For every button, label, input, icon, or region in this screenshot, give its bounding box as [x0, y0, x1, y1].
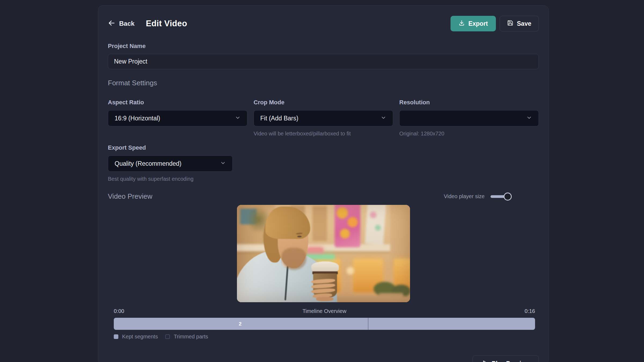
crop-mode-label: Crop Mode: [254, 99, 393, 106]
timeline-end-time: 0:16: [468, 308, 535, 314]
aspect-ratio-select[interactable]: 16:9 (Horizontal): [108, 110, 247, 126]
project-name-input[interactable]: [108, 54, 539, 69]
download-icon: [459, 20, 465, 28]
chevron-down-icon: [380, 115, 386, 122]
back-label: Back: [119, 20, 134, 27]
chevron-down-icon: [220, 160, 226, 167]
edit-video-panel: Back Edit Video Export Save Project Name…: [98, 5, 549, 362]
aspect-ratio-label: Aspect Ratio: [108, 99, 247, 106]
export-speed-label: Export Speed: [108, 144, 539, 151]
play-preview-label: Play Preview: [492, 360, 529, 362]
export-button[interactable]: Export: [451, 16, 496, 31]
kept-segments-label: Kept segments: [122, 334, 158, 340]
project-name-label: Project Name: [108, 43, 539, 50]
timeline-bar[interactable]: 2: [114, 318, 535, 330]
resolution-label: Resolution: [399, 99, 539, 106]
crop-mode-value: Fit (Add Bars): [260, 115, 298, 122]
crop-mode-select[interactable]: Fit (Add Bars): [254, 110, 393, 126]
timeline-segment-label: 2: [239, 321, 242, 327]
play-icon: [482, 360, 488, 362]
save-button[interactable]: Save: [500, 16, 539, 31]
page-title: Edit Video: [146, 19, 187, 28]
back-button[interactable]: Back: [108, 19, 134, 28]
player-size-label: Video player size: [444, 193, 485, 200]
save-button-label: Save: [517, 20, 531, 27]
export-button-label: Export: [468, 20, 488, 27]
timeline-title: Timeline Overview: [181, 308, 468, 314]
player-size-slider[interactable]: [491, 195, 508, 198]
crop-mode-helper: Video will be letterboxed/pillarboxed to…: [254, 131, 393, 137]
resolution-helper: Original: 1280x720: [399, 131, 539, 137]
resolution-select[interactable]: [399, 110, 539, 126]
trimmed-parts-label: Trimmed parts: [174, 334, 208, 340]
chevron-down-icon: [526, 115, 532, 122]
export-speed-value: Quality (Recommended): [115, 160, 181, 167]
header: Back Edit Video Export Save: [108, 16, 539, 31]
aspect-ratio-value: 16:9 (Horizontal): [115, 115, 160, 122]
video-preview-frame: [237, 205, 410, 302]
video-preview-heading: Video Preview: [108, 192, 444, 201]
chevron-down-icon: [235, 115, 241, 122]
export-speed-helper: Best quality with superfast encoding: [108, 176, 539, 182]
save-icon: [507, 20, 513, 28]
play-preview-button[interactable]: Play Preview: [473, 355, 539, 362]
back-arrow-icon: [108, 19, 115, 28]
timeline-divider: [368, 318, 368, 330]
timeline-start-time: 0:00: [114, 308, 181, 314]
trimmed-parts-swatch: [165, 334, 170, 339]
export-speed-select[interactable]: Quality (Recommended): [108, 156, 233, 172]
format-settings-heading: Format Settings: [108, 79, 539, 87]
slider-thumb-icon[interactable]: [504, 193, 512, 201]
kept-segments-swatch: [114, 334, 118, 339]
